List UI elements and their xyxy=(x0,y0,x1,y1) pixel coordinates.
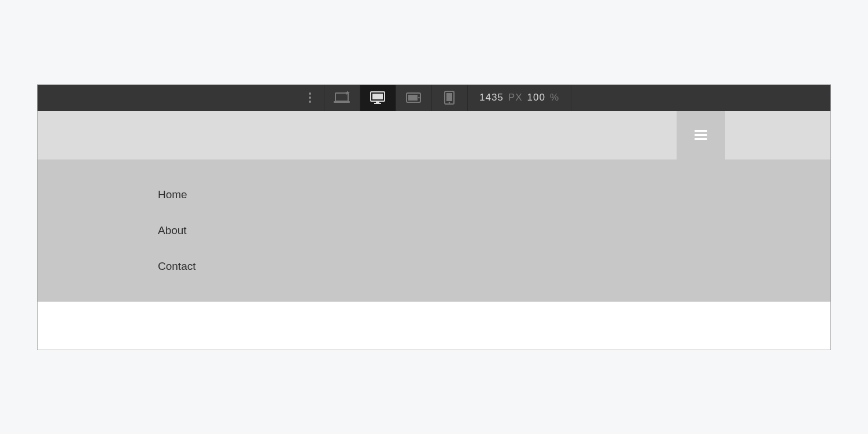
laptop-star-icon xyxy=(333,91,351,105)
device-toolbar: 1435 PX 100 % xyxy=(38,85,830,111)
zoom-value: 100 xyxy=(527,92,545,103)
svg-rect-6 xyxy=(374,103,381,104)
hamburger-icon xyxy=(695,130,707,140)
nav-item-home[interactable]: Home xyxy=(158,177,830,213)
svg-rect-8 xyxy=(408,95,418,101)
content-area xyxy=(38,302,830,350)
svg-rect-5 xyxy=(376,101,379,103)
desktop-button[interactable] xyxy=(360,85,396,111)
nav-menu: Home About Contact xyxy=(38,159,830,302)
nav-item-contact[interactable]: Contact xyxy=(158,248,830,284)
viewport-metrics: 1435 PX 100 % xyxy=(468,85,571,111)
preview-frame: 1435 PX 100 % Home About Contact xyxy=(37,84,831,350)
viewport-width-value: 1435 xyxy=(479,92,504,103)
tablet-portrait-button[interactable] xyxy=(432,85,468,111)
tablet-landscape-button[interactable] xyxy=(396,85,432,111)
zoom-unit: % xyxy=(550,92,559,103)
tablet-landscape-icon xyxy=(406,92,421,103)
svg-rect-1 xyxy=(334,101,350,103)
svg-point-12 xyxy=(449,102,450,103)
svg-rect-11 xyxy=(446,93,452,101)
nav-item-about[interactable]: About xyxy=(158,213,830,248)
desktop-icon xyxy=(370,91,385,104)
more-options-button[interactable] xyxy=(297,85,324,111)
site-header xyxy=(38,111,830,159)
viewport-width-unit: PX xyxy=(508,92,523,103)
desktop-star-button[interactable] xyxy=(324,85,360,111)
menu-toggle-button[interactable] xyxy=(677,111,725,159)
svg-rect-4 xyxy=(372,94,383,99)
tablet-portrait-icon xyxy=(444,91,455,105)
more-vertical-icon xyxy=(309,92,311,103)
svg-point-9 xyxy=(419,97,420,99)
svg-rect-0 xyxy=(335,93,348,101)
